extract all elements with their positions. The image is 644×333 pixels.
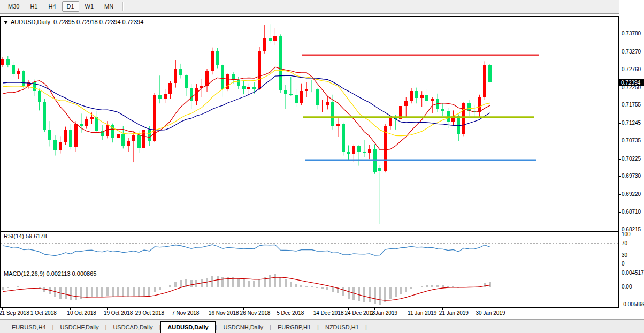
macd-histogram-bar bbox=[86, 287, 88, 298]
mt4-window: M30H1H4D1W1MN AUDUSD,Daily 0.72895 0.729… bbox=[0, 0, 644, 333]
price-tick-label: 0.73270 bbox=[622, 49, 641, 55]
date-tick-label: 5 Dec 2018 bbox=[277, 310, 304, 316]
candle bbox=[69, 130, 72, 148]
candle bbox=[316, 89, 319, 105]
macd-histogram-bar bbox=[316, 287, 318, 288]
candle bbox=[127, 141, 130, 146]
timeframe-button-d1[interactable]: D1 bbox=[62, 1, 79, 12]
macd-histogram-bar bbox=[379, 287, 381, 305]
price-tick-mark bbox=[619, 194, 621, 195]
price-tick-mark bbox=[619, 212, 621, 213]
candle bbox=[336, 124, 340, 126]
macd-histogram-bar bbox=[279, 277, 281, 287]
macd-histogram-bar bbox=[431, 285, 433, 287]
candle bbox=[80, 124, 83, 126]
candle bbox=[352, 146, 355, 153]
macd-histogram-bar bbox=[122, 287, 124, 297]
date-tick-label: 29 Oct 2018 bbox=[135, 310, 164, 316]
price-tick-mark bbox=[619, 159, 621, 160]
macd-histogram-bar bbox=[305, 286, 308, 287]
candle bbox=[368, 149, 371, 153]
symbol-tab-usdcnh[interactable]: USDCNH,Daily bbox=[217, 322, 270, 333]
macd-panel[interactable]: MACD(12,26,9) 0.002113 0.000865 bbox=[0, 269, 619, 308]
date-tick-label: 16 Nov 2018 bbox=[209, 310, 239, 316]
candle bbox=[185, 75, 188, 88]
macd-histogram-bar bbox=[384, 287, 386, 302]
macd-histogram-bar bbox=[127, 287, 129, 297]
macd-histogram-bar bbox=[258, 279, 260, 287]
timeframe-button-h1[interactable]: H1 bbox=[25, 1, 42, 12]
chart-title: AUDUSD,Daily 0.72895 0.72918 0.72394 0.7… bbox=[4, 19, 143, 25]
candle bbox=[38, 91, 41, 103]
date-tick-label: 11 Jan 2019 bbox=[408, 310, 436, 316]
macd-histogram-bar bbox=[447, 286, 449, 287]
price-tick-label: 0.73780 bbox=[622, 31, 641, 36]
price-tick-mark bbox=[619, 105, 621, 105]
candle bbox=[174, 69, 177, 83]
macd-histogram-bar bbox=[7, 287, 9, 288]
candle bbox=[59, 142, 62, 150]
candle bbox=[404, 101, 408, 106]
timeframe-button-m30[interactable]: M30 bbox=[3, 1, 24, 12]
timeframe-button-w1[interactable]: W1 bbox=[80, 1, 99, 12]
macd-label: MACD(12,26,9) 0.002113 0.000865 bbox=[4, 270, 96, 277]
macd-histogram-bar bbox=[400, 287, 402, 294]
rsi-panel[interactable]: RSI(14) 59.6178 bbox=[0, 232, 619, 269]
candle bbox=[242, 86, 246, 89]
candle bbox=[295, 95, 298, 103]
macd-histogram-bar bbox=[326, 287, 328, 290]
symbol-tab-usdchf[interactable]: USDCHF,Daily bbox=[53, 322, 105, 333]
macd-histogram-bar bbox=[28, 287, 30, 287]
candle bbox=[410, 91, 413, 102]
macd-histogram-bar bbox=[452, 286, 454, 287]
candle bbox=[269, 38, 272, 41]
symbol-tab-eurusd[interactable]: EURUSD,H4 bbox=[5, 322, 52, 333]
macd-axis-label: -0.005899 bbox=[622, 301, 644, 307]
macd-histogram-bar bbox=[405, 287, 407, 292]
macd-axis-label: 0.004517 bbox=[622, 270, 644, 276]
candle bbox=[305, 89, 308, 90]
candle bbox=[373, 149, 377, 172]
candle bbox=[462, 103, 465, 135]
date-tick-label: 26 Nov 2018 bbox=[240, 310, 271, 316]
candlestick-chart-canvas[interactable] bbox=[1, 17, 618, 231]
main-chart-panel[interactable]: AUDUSD,Daily 0.72895 0.72918 0.72394 0.7… bbox=[0, 16, 619, 232]
symbol-tab-audusd[interactable]: AUDUSD,Daily bbox=[160, 321, 215, 333]
macd-histogram-bar bbox=[369, 287, 371, 302]
macd-histogram-bar bbox=[112, 287, 114, 297]
timeframe-button-h4[interactable]: H4 bbox=[43, 1, 60, 12]
price-tick-mark bbox=[619, 52, 621, 52]
candle bbox=[441, 109, 444, 111]
macd-histogram-bar bbox=[269, 275, 271, 287]
macd-histogram-bar bbox=[489, 282, 491, 287]
price-tick-mark bbox=[619, 141, 621, 141]
candle bbox=[425, 95, 428, 101]
macd-histogram-bar bbox=[436, 285, 439, 287]
macd-histogram-bar bbox=[33, 287, 35, 287]
candle bbox=[347, 152, 350, 154]
rsi-axis-label: 0 bbox=[622, 261, 625, 267]
macd-histogram-bar bbox=[264, 277, 266, 287]
macd-histogram-bar bbox=[232, 277, 234, 287]
symbol-tab-usdcad[interactable]: USDCAD,Daily bbox=[106, 322, 159, 333]
macd-histogram-bar bbox=[22, 287, 25, 287]
candle bbox=[117, 134, 120, 138]
symbol-tab-nzdusd[interactable]: NZDUSD,H1 bbox=[319, 322, 365, 333]
candle bbox=[17, 71, 20, 74]
timeframe-button-mn[interactable]: MN bbox=[99, 1, 118, 12]
macd-histogram-bar bbox=[133, 287, 135, 296]
symbol-dropdown-icon[interactable] bbox=[4, 21, 8, 24]
macd-histogram-bar bbox=[190, 280, 193, 287]
macd-histogram-bar bbox=[410, 287, 412, 289]
candle bbox=[415, 91, 418, 99]
macd-histogram-bar bbox=[164, 287, 166, 287]
symbol-tab-eurgbp[interactable]: EURGBP,H1 bbox=[271, 322, 317, 333]
macd-axis-label: 0.00 bbox=[622, 284, 632, 290]
rsi-chart-canvas[interactable] bbox=[1, 232, 618, 268]
price-tick-mark bbox=[619, 34, 621, 34]
rsi-axis-label: 70 bbox=[622, 240, 627, 246]
current-price-badge: 0.72394 bbox=[619, 79, 644, 86]
date-tick-label: 21 Jan 2019 bbox=[439, 310, 469, 316]
timeframe-buttons: M30H1H4D1W1MN bbox=[3, 1, 119, 12]
candle bbox=[190, 88, 193, 101]
